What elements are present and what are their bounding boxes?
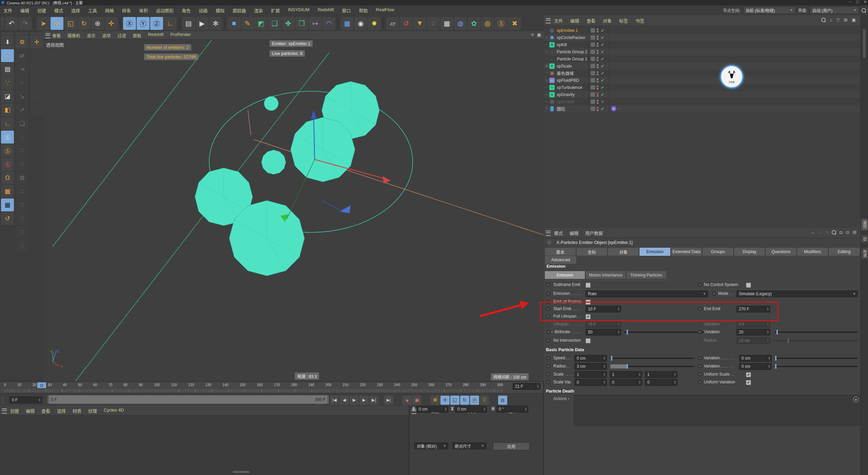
layer-square[interactable] [591,78,595,82]
menu-item[interactable]: INSYDIUM [288,7,310,14]
visibility-dots[interactable] [597,86,598,90]
cross-box-icon[interactable]: ⊠ [16,171,28,184]
attribute-tab[interactable]: Groups [702,247,734,256]
attribute-tab[interactable]: Extended Data [671,247,702,256]
dots-down-icon[interactable]: ∷ [16,212,28,225]
emission-subtab[interactable]: Motion Inheritance [585,271,626,279]
object-row[interactable]: − ⊚ xpCirclePacker ✓ [544,34,861,41]
empty-slot[interactable] [30,90,43,103]
enable-toggle[interactable]: ✓ [600,42,605,47]
toolbar-separator[interactable] [179,18,180,29]
scale-var-y-field[interactable]: 0▲▼ [610,379,642,386]
render-settings-icon[interactable]: ✻ [209,17,222,30]
mode-select[interactable]: Simulate (Legacy)▼ [736,290,858,297]
current-frame-field[interactable]: 21 F▲▼ [513,383,540,390]
menu-item[interactable]: 体积 [139,7,148,14]
variation-slider[interactable] [775,331,858,333]
layer-square[interactable] [591,107,595,111]
material-menu-item[interactable]: Cycles 4D [104,407,124,414]
material-menu-item[interactable]: 材质 [73,407,81,414]
viewport-menu-item[interactable]: Redshift [148,32,164,39]
layer-square[interactable] [591,42,595,47]
dots-eye-icon[interactable]: ∷ [16,226,28,239]
pick-cursor-icon[interactable]: ➤ [853,397,859,402]
toolbar-grip[interactable] [1,17,4,30]
emission-subtab[interactable]: Emission [545,271,585,279]
object-name[interactable]: Particle Group 2 [557,50,587,54]
size-field[interactable]: 0 cm▲▼ [455,406,487,413]
play-button[interactable]: ▶ [350,396,359,405]
key-parameter-toggle[interactable]: Ⓟ [470,396,479,405]
material-menu-item[interactable]: 纹理 [88,407,97,414]
key-scale-toggle[interactable]: ◱ [450,396,459,405]
attribute-tab[interactable]: Editing [828,247,860,256]
array-icon[interactable]: ❒ [295,17,308,30]
object-menu-item[interactable]: 标签 [619,17,628,24]
keyframe-dot[interactable] [698,364,702,368]
dots-up-icon[interactable]: ∷ [16,198,28,211]
attribute-tab[interactable]: Modifiers [797,247,828,256]
layer-square[interactable] [591,28,595,33]
object-menu-item[interactable]: 对象 [603,17,612,24]
object-row[interactable]: └ ▦ 着色器域 ✓ [544,70,861,77]
keyframe-dot[interactable] [547,380,550,384]
character-icon[interactable]: ✿ [468,17,480,30]
edge-mode-icon[interactable]: ◪ [1,90,14,103]
viewport-menu-item[interactable]: 摄像机 [67,32,80,39]
keyframe-dot[interactable] [698,380,702,384]
attribute-tab[interactable]: 对象 [608,247,639,256]
object-name[interactable]: xpKill [557,42,567,47]
attribute-tab[interactable]: 基本 [545,247,576,256]
menu-item[interactable]: 编辑 [20,7,29,14]
floor-icon[interactable]: ▦ [341,17,354,30]
am-new-panel-icon[interactable]: ⊞ [853,230,856,235]
keyframe-dot[interactable] [547,300,550,304]
axis-mode-icon[interactable]: ∟ [1,117,14,130]
keyframe-dot[interactable] [698,330,702,334]
scale-tool-icon[interactable]: ◱ [64,17,77,30]
viewport-menu-item[interactable]: 选项 [102,32,111,39]
dots-eye-icon[interactable]: ∷ [16,239,28,252]
viewport-menu-item[interactable]: 查看 [52,32,61,39]
birthrate-field[interactable]: 50▲▼ [586,329,621,336]
enable-toggle[interactable]: ✓ [600,28,605,33]
xparticles-icon[interactable]: ✖ [508,17,521,30]
section-basic-particle-data[interactable]: Basic Particle Data [546,347,584,352]
om-filter-icon[interactable]: ▽ [836,17,840,22]
layer-square[interactable] [591,85,595,90]
layer-square[interactable] [591,57,595,61]
points-mode-icon[interactable]: ∵ [1,76,14,89]
viewport[interactable]: 查看摄像机显示选项过滤面板RedshiftProRender ✛ ▣ [43,31,544,381]
visibility-dots[interactable] [597,71,598,75]
attribute-tab[interactable]: 坐标 [576,247,608,256]
material-menu-item[interactable]: 选择 [57,407,66,414]
attribute-burger-icon[interactable] [546,231,551,236]
gear-cursor-icon[interactable]: ⚙ [16,36,28,49]
viewport-menu-item[interactable]: ProRender [170,32,191,39]
arrow-ne-icon[interactable]: ↗ [16,103,28,116]
radius-variation-field[interactable]: 0 cm▲▼ [739,363,772,370]
minimize-button[interactable]: ─ [849,0,851,4]
dots-circle-icon[interactable]: ◌ [427,17,440,30]
redo-icon[interactable]: ↷ [19,17,32,30]
volume-icon[interactable]: ❑ [268,17,281,30]
viewport-menu-item[interactable]: 过滤 [118,32,126,39]
object-name[interactable]: xpEmitter.1 [557,28,578,33]
scale-var-z-field[interactable]: 0▲▼ [645,379,677,386]
attribute-menu-item[interactable]: 模式 [554,230,563,236]
enable-toggle[interactable]: ✓ [600,35,605,40]
viewport-burger-icon[interactable] [45,33,50,38]
preview-range-slider[interactable]: 0 F 300 F [47,395,329,404]
enable-toggle[interactable]: ✓ [600,71,605,76]
menu-item[interactable]: 窗口 [342,7,351,14]
bend-deformer-icon[interactable]: ◠ [322,17,335,30]
enable-toggle[interactable]: ✓ [600,92,605,97]
viewport-menu-item[interactable]: 面板 [133,32,141,39]
size-mode-select[interactable]: 绝对尺寸▼ [452,442,486,449]
magnet-icon[interactable]: Ω [1,171,14,184]
palette-grip[interactable] [30,32,42,35]
live-selection-icon[interactable]: ➤ [37,17,50,30]
menu-item[interactable]: 模式 [54,7,63,14]
prev-frame-button[interactable]: ◀ [340,396,349,405]
node-space-select[interactable]: 当前 (标准/物理)▼ [743,6,795,14]
